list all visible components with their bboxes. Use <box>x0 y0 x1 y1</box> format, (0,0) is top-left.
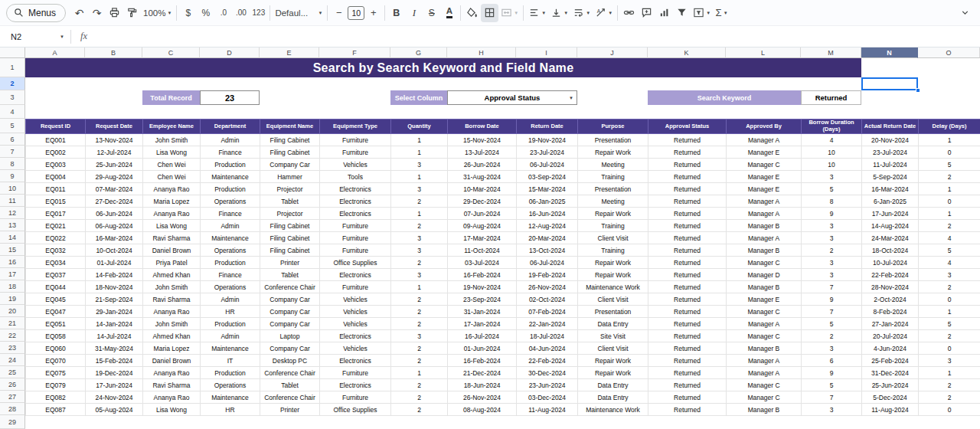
cell[interactable]: Returned <box>648 232 727 244</box>
cell[interactable]: 8 <box>802 195 862 208</box>
cell[interactable]: 1 <box>391 171 448 183</box>
column-header-C[interactable]: C <box>142 47 200 58</box>
cell[interactable]: Electronics <box>320 355 391 367</box>
cell[interactable]: Ananya Rao <box>143 208 201 220</box>
cell[interactable]: Filing Cabinet <box>260 244 320 257</box>
cell[interactable]: Returned <box>648 404 727 416</box>
column-header-A[interactable]: A <box>25 47 85 58</box>
filter-views-button[interactable]: ▼ <box>691 4 713 22</box>
cell[interactable]: Chen Wei <box>143 159 201 171</box>
cell[interactable]: 3 <box>802 220 862 232</box>
cell[interactable]: Data Entry <box>578 318 648 330</box>
insert-link-button[interactable] <box>620 4 638 22</box>
cell[interactable]: Manager A <box>727 134 802 146</box>
undo-button[interactable]: ↶ <box>70 4 88 22</box>
select-column-label[interactable]: Select Column <box>390 90 447 105</box>
cell[interactable]: Office Supplies <box>320 404 391 416</box>
row-header-6[interactable]: 6 <box>0 133 25 146</box>
cell[interactable]: Manager C <box>727 257 802 269</box>
cell[interactable]: 23-Jun-2024 <box>517 379 578 391</box>
cell[interactable]: 03-Dec-2024 <box>517 391 578 404</box>
cell[interactable]: 16-Jun-2024 <box>517 208 578 220</box>
cell[interactable]: 3 <box>802 404 862 416</box>
cell[interactable]: 9 <box>802 293 862 306</box>
cell[interactable]: 07-Jun-2024 <box>448 208 517 220</box>
cell[interactable]: Finance <box>201 208 260 220</box>
cell[interactable]: Vehicles <box>320 342 391 355</box>
cell[interactable]: 07-Feb-2024 <box>517 306 578 318</box>
header-cell[interactable]: Equipment Type <box>320 120 391 134</box>
header-cell[interactable]: Delay (Days) <box>919 120 980 134</box>
cell[interactable]: EQ058 <box>26 330 86 342</box>
row-header-13[interactable]: 13 <box>0 219 25 231</box>
cell[interactable]: 06-Jun-2024 <box>86 208 143 220</box>
cell[interactable]: Training <box>578 220 648 232</box>
cell[interactable]: 29-Dec-2024 <box>448 195 517 208</box>
cell[interactable]: Ravi Sharma <box>143 379 201 391</box>
collapse-toolbar-button[interactable] <box>956 4 974 22</box>
cell[interactable]: 15-Nov-2024 <box>448 134 517 146</box>
cell[interactable]: 2 <box>391 220 448 232</box>
cell[interactable]: EQ044 <box>26 281 86 293</box>
cell[interactable]: Returned <box>648 134 727 146</box>
cell[interactable]: Tablet <box>260 269 320 281</box>
cell[interactable]: 3 <box>919 269 980 281</box>
cell[interactable]: Returned <box>648 257 727 269</box>
header-cell[interactable]: Request Date <box>86 120 143 134</box>
cell[interactable]: EQ001 <box>26 134 86 146</box>
cell[interactable]: Electronics <box>320 330 391 342</box>
fill-handle[interactable] <box>916 88 920 93</box>
banner-title-cell[interactable]: Search by Search Keyword and Field Name <box>25 58 861 77</box>
cell[interactable]: EQ045 <box>26 293 86 306</box>
row-header-29[interactable]: 29 <box>0 415 25 429</box>
row-header-27[interactable]: 27 <box>0 391 25 403</box>
strikethrough-button[interactable]: S <box>423 4 440 22</box>
cell[interactable]: Presentation <box>578 183 648 195</box>
column-header-G[interactable]: G <box>390 47 447 58</box>
cell[interactable]: 2 <box>919 391 980 404</box>
cell[interactable]: 5 <box>919 318 980 330</box>
cell[interactable]: 12-Aug-2024 <box>517 220 578 232</box>
cell[interactable]: 28-Nov-2024 <box>862 281 919 293</box>
cell[interactable]: 3 <box>802 342 862 355</box>
cell[interactable]: Admin <box>201 134 260 146</box>
row-header-18[interactable]: 18 <box>0 280 25 293</box>
cell[interactable]: Manager A <box>727 318 802 330</box>
increase-decimal-button[interactable]: .00 <box>232 4 250 22</box>
cell[interactable]: 03-Jul-2024 <box>448 257 517 269</box>
row-header-10[interactable]: 10 <box>0 182 25 195</box>
cell[interactable]: Ananya Rao <box>143 183 201 195</box>
cell[interactable]: Returned <box>648 342 727 355</box>
cell[interactable]: Ananya Rao <box>143 306 201 318</box>
cell[interactable]: Electronics <box>320 379 391 391</box>
row-header-21[interactable]: 21 <box>0 317 25 329</box>
cell[interactable]: 06-Jan-2025 <box>517 195 578 208</box>
cell[interactable]: Returned <box>648 293 727 306</box>
cell[interactable]: 1 <box>919 134 980 146</box>
cell[interactable]: Repair Work <box>578 355 648 367</box>
cell[interactable]: 5 <box>802 379 862 391</box>
cell[interactable]: Printer <box>260 404 320 416</box>
cell[interactable]: 1 <box>391 134 448 146</box>
cell[interactable]: EQ037 <box>26 269 86 281</box>
cell[interactable]: EQ070 <box>26 355 86 367</box>
cell[interactable]: Vehicles <box>320 318 391 330</box>
redo-button[interactable]: ↷ <box>88 4 106 22</box>
cell[interactable]: 29-Aug-2024 <box>86 171 143 183</box>
cell[interactable]: Company Car <box>260 306 320 318</box>
cell[interactable]: Filing Cabinet <box>260 232 320 244</box>
column-header-L[interactable]: L <box>726 47 801 58</box>
header-cell[interactable]: Department <box>201 120 260 134</box>
cell[interactable]: 5-Dec-2024 <box>862 391 919 404</box>
cell[interactable]: Conference Chair <box>260 391 320 404</box>
cell[interactable]: Manager A <box>727 208 802 220</box>
search-keyword-label[interactable]: Search Keyword <box>648 90 801 105</box>
cell[interactable]: EQ047 <box>26 306 86 318</box>
cell[interactable]: Electronics <box>320 208 391 220</box>
cell[interactable]: EQ004 <box>26 171 86 183</box>
cell[interactable]: 2 <box>391 293 448 306</box>
row-header-20[interactable]: 20 <box>0 305 25 317</box>
cell[interactable]: EQ011 <box>26 183 86 195</box>
cell[interactable]: Returned <box>648 330 727 342</box>
cell[interactable]: 17-Jan-2024 <box>448 318 517 330</box>
